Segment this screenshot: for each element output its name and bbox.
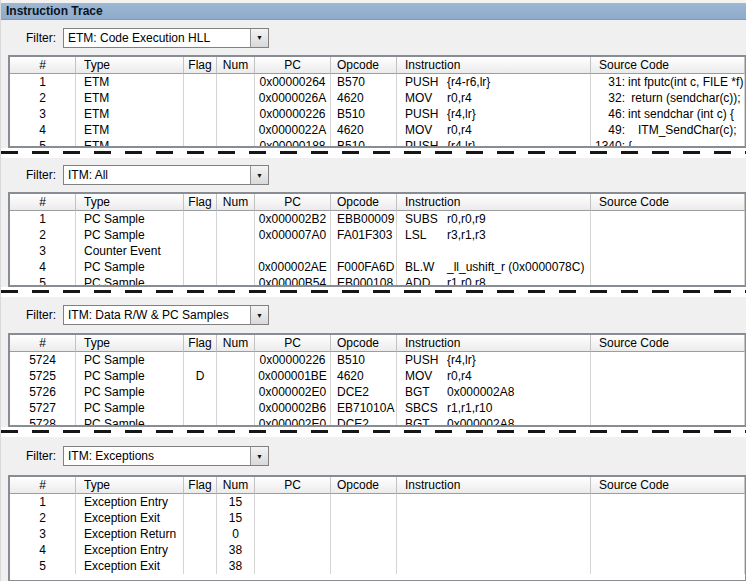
col-header-index[interactable]: # — [10, 57, 76, 74]
dropdown-button[interactable]: ▼ — [250, 447, 268, 465]
col-header-opcode[interactable]: Opcode — [331, 335, 397, 352]
cell-opcode: DCE2 — [331, 416, 397, 427]
col-header-num[interactable]: Num — [217, 194, 255, 211]
table-row-clipped[interactable]: 5 PC Sample 0x00000B54 EB000108 ADDr1,r0… — [10, 275, 745, 287]
cell-opcode: F000FA6D — [331, 259, 397, 275]
instruction-mnemonic: PUSH — [405, 138, 447, 148]
source-code-text: { — [625, 139, 632, 148]
cell-instruction — [397, 510, 591, 526]
filter-combobox[interactable]: ETM: Code Execution HLL ▼ — [63, 28, 269, 48]
col-header-instruction[interactable]: Instruction — [397, 335, 591, 352]
cell-num — [217, 74, 255, 90]
trace-panel-4: Filter: ITM: Exceptions ▼ # Type Flag Nu… — [1, 437, 746, 581]
filter-combobox[interactable]: ITM: Data R/W & PC Samples ▼ — [63, 305, 269, 325]
instruction-operands: 0x000002A8 — [447, 417, 514, 427]
source-code-text — [625, 212, 628, 226]
col-header-instruction[interactable]: Instruction — [397, 477, 591, 494]
table-row-clipped[interactable]: 5 ETM 0x00000188 B510 PUSH{r4,lr} 1340:{ — [10, 138, 745, 148]
col-header-opcode[interactable]: Opcode — [331, 477, 397, 494]
dropdown-button[interactable]: ▼ — [250, 306, 268, 324]
col-header-flag[interactable]: Flag — [184, 335, 217, 352]
col-header-opcode[interactable]: Opcode — [331, 57, 397, 74]
instruction-mnemonic: PUSH — [405, 352, 447, 368]
table-row[interactable]: 2 ETM 0x0000026A 4620 MOVr0,r4 32: retur… — [10, 90, 745, 106]
col-header-num[interactable]: Num — [217, 477, 255, 494]
col-header-source[interactable]: Source Code — [591, 194, 745, 211]
cell-opcode — [331, 542, 397, 558]
cell-source: 32: return (sendchar(c)); — [591, 90, 745, 106]
col-header-instruction[interactable]: Instruction — [397, 194, 591, 211]
cell-flag — [184, 558, 217, 574]
cell-opcode — [331, 494, 397, 510]
window-titlebar[interactable]: Instruction Trace — [1, 3, 746, 20]
cell-num: 38 — [217, 542, 255, 558]
table-row[interactable]: 5724 PC Sample 0x00000226 B510 PUSH{r4,l… — [10, 352, 745, 368]
cell-num — [217, 138, 255, 148]
table-row[interactable]: 4 Exception Entry 38 — [10, 542, 745, 558]
col-header-pc[interactable]: PC — [255, 57, 331, 74]
col-header-source[interactable]: Source Code — [591, 57, 745, 74]
col-header-index[interactable]: # — [10, 335, 76, 352]
cell-flag — [184, 138, 217, 148]
cell-index: 5 — [10, 275, 76, 287]
source-code-text — [625, 511, 628, 525]
table-row[interactable]: 3 Counter Event — [10, 243, 745, 259]
table-row[interactable]: 5725 PC Sample D 0x000001BE 4620 MOVr0,r… — [10, 368, 745, 384]
page-title: Instruction Trace — [6, 4, 103, 18]
table-row-clipped[interactable]: 5728 PC Sample 0x000002E0 DCE2 BGT0x0000… — [10, 416, 745, 427]
col-header-index[interactable]: # — [10, 194, 76, 211]
col-header-source[interactable]: Source Code — [591, 477, 745, 494]
tear-dashes — [1, 151, 746, 154]
cell-flag — [184, 275, 217, 287]
filter-combobox[interactable]: ITM: Exceptions ▼ — [63, 446, 269, 466]
col-header-flag[interactable]: Flag — [184, 57, 217, 74]
col-header-pc[interactable]: PC — [255, 194, 331, 211]
table-row[interactable]: 5 Exception Exit 38 — [10, 558, 745, 574]
dropdown-button[interactable]: ▼ — [250, 29, 268, 47]
screenshot-tear-separator — [1, 427, 746, 437]
filter-combobox[interactable]: ITM: All ▼ — [63, 165, 269, 185]
cell-index: 4 — [10, 542, 76, 558]
table-row[interactable]: 4 ETM 0x0000022A 4620 MOVr0,r4 49: ITM_S… — [10, 122, 745, 138]
cell-flag — [184, 90, 217, 106]
cell-flag — [184, 494, 217, 510]
table-row[interactable]: 2 PC Sample 0x000007A0 FA01F303 LSLr3,r1… — [10, 227, 745, 243]
col-header-pc[interactable]: PC — [255, 477, 331, 494]
trace-table: # Type Flag Num PC Opcode Instruction So… — [8, 333, 746, 427]
col-header-type[interactable]: Type — [76, 57, 184, 74]
col-header-pc[interactable]: PC — [255, 335, 331, 352]
table-row[interactable]: 1 ETM 0x00000264 B570 PUSH{r4-r6,lr} 31:… — [10, 74, 745, 90]
source-code-text — [625, 543, 628, 557]
col-header-flag[interactable]: Flag — [184, 477, 217, 494]
cell-opcode: B510 — [331, 138, 397, 148]
col-header-type[interactable]: Type — [76, 477, 184, 494]
col-header-flag[interactable]: Flag — [184, 194, 217, 211]
instruction-mnemonic: BGT — [405, 416, 447, 427]
col-header-type[interactable]: Type — [76, 335, 184, 352]
cell-flag — [184, 122, 217, 138]
table-row[interactable]: 2 Exception Exit 15 — [10, 510, 745, 526]
cell-pc: 0x00000226 — [255, 352, 331, 368]
cell-pc: 0x000001BE — [255, 368, 331, 384]
table-row[interactable]: 3 ETM 0x00000226 B510 PUSH{r4,lr} 46:int… — [10, 106, 745, 122]
col-header-opcode[interactable]: Opcode — [331, 194, 397, 211]
table-row[interactable]: 1 PC Sample 0x000002B2 EBB00009 SUBSr0,r… — [10, 211, 745, 227]
table-row[interactable]: 3 Exception Return 0 — [10, 526, 745, 542]
instruction-mnemonic: PUSH — [405, 74, 447, 90]
cell-type: ETM — [76, 74, 184, 90]
cell-flag — [184, 243, 217, 259]
dropdown-button[interactable]: ▼ — [250, 166, 268, 184]
col-header-num[interactable]: Num — [217, 57, 255, 74]
table-row[interactable]: 5726 PC Sample 0x000002E0 DCE2 BGT0x0000… — [10, 384, 745, 400]
instruction-operands: r1,r0,r8 — [447, 276, 486, 287]
col-header-instruction[interactable]: Instruction — [397, 57, 591, 74]
table-row[interactable]: 4 PC Sample 0x000002AE F000FA6D BL.W_ll_… — [10, 259, 745, 275]
col-header-type[interactable]: Type — [76, 194, 184, 211]
col-header-index[interactable]: # — [10, 477, 76, 494]
col-header-num[interactable]: Num — [217, 335, 255, 352]
col-header-source[interactable]: Source Code — [591, 335, 745, 352]
table-row[interactable]: 1 Exception Entry 15 — [10, 494, 745, 510]
instruction-operands: {r4,lr} — [447, 139, 476, 148]
cell-source: 49: ITM_SendChar(c); — [591, 122, 745, 138]
table-row[interactable]: 5727 PC Sample 0x000002B6 EB71010A SBCSr… — [10, 400, 745, 416]
